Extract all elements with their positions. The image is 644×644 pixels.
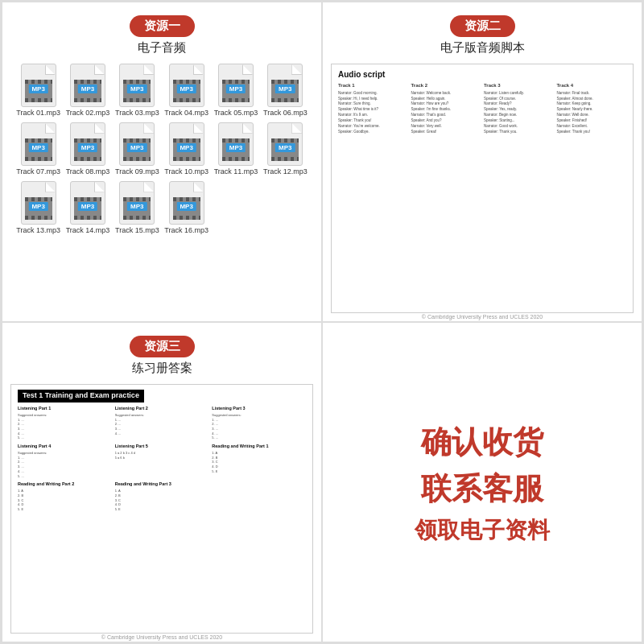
script-line: Narrator: Keep going.: [557, 101, 627, 106]
answer-line: 2. ...: [18, 460, 112, 464]
answer-line: 5. E: [115, 507, 209, 511]
script-line: Speaker: Nearly there.: [557, 107, 627, 112]
answer-line: 2. ...: [18, 422, 112, 426]
script-line: Speaker: I'm fine thanks.: [411, 107, 481, 112]
script-line: Narrator: That's good.: [411, 113, 481, 118]
script-line: Speaker: Thank you.: [484, 130, 554, 134]
script-line: Narrator: How are you?: [411, 101, 481, 106]
mp3-filename: Track 05.mp3: [214, 109, 258, 118]
mp3-file-icon: MP3: [218, 64, 254, 107]
script-line: Speaker: Starting...: [484, 118, 554, 123]
answer-line: 2. B: [18, 493, 112, 497]
quadrant-answers: 资源三 练习册答案 Test 1 Training and Exam pract…: [2, 322, 322, 642]
mp3-file-icon: MP3: [21, 122, 56, 166]
mp3-grid: MP3 Track 01.mp3 MP3 Track 02.mp3 MP3 Tr…: [10, 64, 313, 234]
mp3-filename: Track 04.mp3: [164, 109, 208, 118]
mp3-file-icon: MP3: [119, 122, 155, 166]
mp3-file-icon: MP3: [70, 64, 105, 107]
mp3-filename: Track 14.mp3: [66, 226, 110, 235]
mp3-file-icon: MP3: [169, 64, 204, 107]
mp3-file-icon: MP3: [119, 64, 155, 107]
audio-script-panel: Audio script Track 1Narrator: Good morni…: [331, 64, 634, 313]
script-line: Narrator: It's 9 am.: [338, 113, 408, 118]
badge-2: 资源二: [450, 15, 515, 37]
answer-section-title: Listening Part 1: [18, 406, 112, 411]
answer-line: 1. A: [212, 451, 306, 455]
badge-3: 资源三: [130, 336, 195, 357]
answer-section-title: Listening Part 4: [18, 444, 112, 449]
script-line: Narrator: Good work.: [484, 124, 554, 129]
quadrant-script: 资源二 电子版音频脚本 Audio script Track 1Narrator…: [322, 2, 642, 322]
answer-line: 2. ...: [115, 422, 209, 426]
answer-footer: © Cambridge University Press and UCLES 2…: [101, 634, 222, 640]
mp3-badge: MP3: [127, 202, 147, 211]
answer-line: 1. A: [115, 489, 209, 493]
answer-line: 3. ...: [18, 427, 112, 431]
cta-line3: 领取电子资料: [415, 518, 550, 543]
script-line: Speaker: Thank you!: [338, 118, 408, 123]
quadrant-mp3: 资源一 电子音频 MP3 Track 01.mp3 MP3 Track 02.m…: [2, 2, 322, 322]
mp3-filename: Track 12.mp3: [263, 167, 308, 176]
answer-line: 1. ...: [212, 418, 306, 422]
script-line: Narrator: Begin now.: [484, 113, 554, 118]
mp3-filename: Track 03.mp3: [115, 109, 159, 118]
mp3-filename: Track 16.mp3: [164, 226, 208, 235]
mp3-file-icon: MP3: [267, 122, 303, 166]
answer-line: 5. ...: [18, 436, 112, 440]
answer-section-title: Listening Part 3: [212, 406, 306, 411]
script-columns: Track 1Narrator: Good morning.Speaker: H…: [338, 83, 626, 135]
script-line: Narrator: Welcome back.: [411, 91, 481, 96]
mp3-badge: MP3: [127, 85, 147, 93]
mp3-item: MP3 Track 02.mp3: [64, 64, 110, 118]
mp3-filename: Track 08.mp3: [66, 167, 110, 176]
script-line: Speaker: Hello again.: [411, 97, 481, 101]
script-line: Speaker: Goodbye.: [338, 130, 408, 134]
script-line: Narrator: Well done.: [557, 113, 627, 118]
mp3-badge: MP3: [78, 85, 97, 93]
answer-section: Reading and Writing Part 21. A2. B3. C4.…: [18, 481, 112, 512]
script-line: Speaker: And you?: [411, 118, 481, 123]
mp3-filename: Track 11.mp3: [214, 167, 258, 176]
script-line: Speaker: Of course.: [484, 97, 554, 101]
answer-section: Reading and Writing Part 31. A2. B3. C4.…: [115, 481, 209, 512]
mp3-badge: MP3: [226, 85, 246, 93]
mp3-file-icon: MP3: [119, 181, 155, 225]
mp3-filename: Track 07.mp3: [16, 167, 60, 176]
mp3-file-icon: MP3: [267, 64, 303, 107]
answer-line: 5. ...: [212, 436, 306, 440]
answer-line: 4. ...: [18, 469, 112, 473]
mp3-badge: MP3: [275, 143, 295, 152]
mp3-badge: MP3: [78, 143, 97, 152]
script-line: Speaker: Finished!: [557, 118, 627, 123]
mp3-badge: MP3: [78, 202, 97, 211]
answer-section-title: Reading and Writing Part 1: [212, 444, 306, 449]
mp3-filename: Track 02.mp3: [66, 109, 110, 118]
mp3-badge: MP3: [28, 143, 47, 152]
mp3-badge: MP3: [28, 202, 47, 211]
mp3-badge: MP3: [176, 202, 196, 211]
mp3-file-icon: MP3: [70, 181, 105, 225]
answer-line: 4. ...: [212, 431, 306, 436]
mp3-file-icon: MP3: [70, 122, 105, 166]
answer-section: Reading and Writing Part 11. A2. B3. C4.…: [212, 444, 306, 478]
mp3-item: MP3 Track 07.mp3: [15, 122, 61, 176]
answer-line: 2. B: [212, 456, 306, 460]
script-heading: Audio script: [338, 69, 626, 80]
script-line: Speaker: Thank you!: [557, 130, 627, 134]
title-3: 练习册答案: [132, 361, 192, 376]
answer-line: 2. B: [115, 493, 209, 497]
answer-line: 3. ...: [212, 427, 306, 431]
answer-line: Suggested answers:: [115, 413, 209, 417]
answer-section-title: Listening Part 2: [115, 406, 209, 411]
answer-line: 5 a 6 b: [115, 456, 209, 460]
answer-line: 3. C: [115, 498, 209, 502]
mp3-item: MP3 Track 13.mp3: [15, 181, 61, 235]
mp3-item: MP3 Track 14.mp3: [64, 181, 110, 235]
mp3-item: MP3 Track 11.mp3: [213, 122, 258, 176]
answer-line: 4. ...: [18, 431, 112, 436]
mp3-item: MP3 Track 15.mp3: [114, 181, 160, 235]
title-1: 电子音频: [138, 40, 186, 56]
answer-line: Suggested answers:: [212, 413, 306, 417]
answer-line: 3. C: [18, 498, 112, 502]
mp3-item: MP3 Track 03.mp3: [114, 64, 160, 118]
